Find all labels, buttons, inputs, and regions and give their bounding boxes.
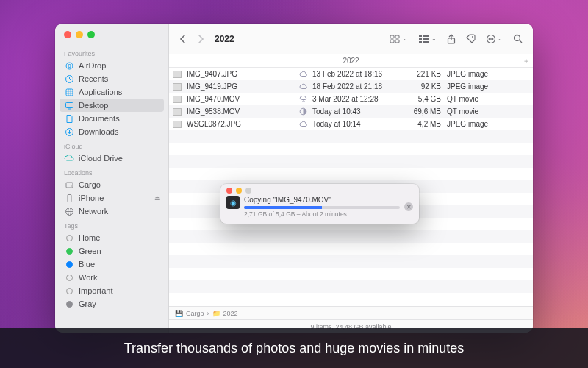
sidebar-item-work[interactable]: Work [55,271,168,284]
svg-rect-9 [68,194,71,202]
sidebar-item-downloads[interactable]: Downloads [55,125,168,138]
main-area: 2022 ⌄ ⌄ ⌄ [169,24,533,333]
group-button[interactable]: ⌄ [415,33,440,45]
minimize-button[interactable] [76,31,83,38]
view-icon-button[interactable]: ⌄ [387,33,411,45]
empty-row [169,155,533,168]
cloud-icon [64,153,74,163]
dialog-zoom-button [245,188,251,194]
file-thumb-icon [169,108,185,116]
file-date: 3 Mar 2022 at 12:28 [312,95,406,103]
column-header[interactable]: 2022 ＋ [169,54,533,68]
copy-progress-bar [244,206,400,209]
disk-icon [64,180,74,190]
svg-rect-21 [419,41,422,43]
sidebar: Favourites AirDropRecentsApplicationsDes… [55,24,169,333]
svg-rect-20 [423,38,429,40]
file-name: IMG_9407.JPG [185,70,299,78]
sidebar-item-home[interactable]: Home [55,231,168,244]
quicktime-icon: ◉ [226,196,240,209]
zoom-button[interactable] [87,31,95,38]
sidebar-item-gray[interactable]: Gray [55,297,168,311]
sidebar-item-iphone[interactable]: iPhone⏏ [55,191,168,205]
window-title: 2022 [215,34,234,44]
file-row[interactable]: IMG_9419.JPG18 Feb 2022 at 21:1892 KBJPE… [169,80,533,93]
file-date: 13 Feb 2022 at 18:16 [312,70,406,78]
svg-rect-19 [419,38,422,40]
empty-row [169,255,533,268]
sidebar-item-cargo[interactable]: Cargo [55,178,168,191]
tag-dot-icon [64,286,74,296]
back-button[interactable] [176,33,190,45]
dialog-minimize-button[interactable] [236,188,242,194]
sidebar-item-icloud-drive[interactable]: iCloud Drive [55,152,168,165]
svg-rect-7 [66,183,73,188]
sidebar-item-label: Blue [79,260,161,269]
doc-icon [64,113,74,124]
sidebar-item-network[interactable]: Network [55,205,168,218]
sidebar-item-label: Downloads [79,127,161,136]
empty-row [169,280,533,293]
copy-cancel-button[interactable]: ✕ [404,202,413,211]
svg-rect-17 [419,35,422,37]
path-seg-1[interactable]: Cargo [186,310,204,317]
add-column-icon[interactable]: ＋ [523,56,530,66]
file-thumb-icon [169,96,185,103]
file-row[interactable]: IMG_9538.MOVToday at 10:4369,6 MBQT movi… [169,105,533,118]
action-button[interactable]: ⌄ [483,32,506,46]
tag-dot-icon [64,299,74,309]
sidebar-item-label: AirDrop [79,61,161,70]
file-row[interactable]: IMG_9407.JPG13 Feb 2022 at 18:16221 KBJP… [169,68,533,80]
sidebar-item-documents[interactable]: Documents [55,112,168,125]
svg-line-30 [520,40,523,43]
sidebar-item-desktop[interactable]: Desktop [60,99,164,112]
tag-dot-icon [64,246,74,256]
column-name: 2022 [169,57,533,65]
file-name: IMG_9419.JPG [185,82,299,91]
sidebar-section-icloud: iCloud [55,138,168,152]
file-thumb-icon [169,83,185,91]
sidebar-item-applications[interactable]: Applications [55,85,168,99]
eject-icon[interactable]: ⏏ [154,194,161,202]
file-size: 221 KB [406,70,447,78]
file-row[interactable]: IMG_9470.MOV3 Mar 2022 at 12:285,4 GBQT … [169,93,533,105]
dialog-close-button[interactable] [226,188,232,194]
close-button[interactable] [64,31,71,38]
share-button[interactable] [444,32,459,46]
svg-rect-4 [65,102,73,107]
svg-point-1 [66,63,73,69]
file-size: 92 KB [406,82,447,91]
file-row[interactable]: WSGL0872.JPGToday at 10:144,2 MBJPEG ima… [169,118,533,130]
search-button[interactable] [510,32,526,45]
sidebar-item-label: Gray [79,300,161,308]
cloud-status-icon [299,107,312,116]
window-controls [55,28,168,46]
path-seg-2[interactable]: 2022 [223,310,238,317]
sidebar-item-label: Network [79,207,161,216]
svg-rect-18 [423,35,429,37]
file-kind: QT movie [447,107,533,116]
disk-icon: 💾 [175,310,183,317]
sidebar-item-airdrop[interactable]: AirDrop [55,59,168,72]
file-size: 69,6 MB [406,107,447,116]
file-date: Today at 10:43 [312,107,406,116]
sidebar-item-label: Applications [79,88,161,96]
sidebar-item-blue[interactable]: Blue [55,258,168,271]
file-thumb-icon [169,71,185,78]
tag-button[interactable] [463,32,478,45]
empty-row [169,130,533,143]
apps-icon [64,87,74,97]
cloud-status-icon [299,83,312,90]
folder-icon: 📁 [212,310,220,317]
sidebar-item-label: iPhone [79,194,150,202]
sidebar-item-green[interactable]: Green [55,244,168,258]
path-bar[interactable]: 💾 Cargo › 📁 2022 [169,306,533,319]
file-kind: QT movie [447,95,533,103]
sidebar-item-recents[interactable]: Recents [55,72,168,85]
svg-rect-16 [395,40,399,43]
forward-button[interactable] [194,33,207,45]
sidebar-item-important[interactable]: Important [55,284,168,297]
empty-row [169,143,533,155]
promo-caption: Transfer thousands of photos and huge mo… [0,328,588,368]
sidebar-item-label: Recents [79,74,161,83]
